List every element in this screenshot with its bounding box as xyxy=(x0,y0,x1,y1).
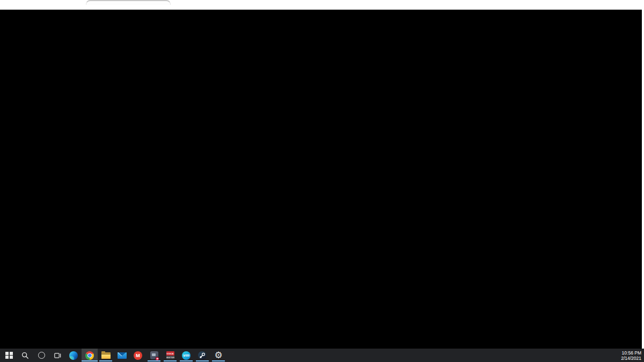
steam-button[interactable] xyxy=(194,349,210,362)
voicemod-letters: vm xyxy=(183,353,189,358)
m-circle-app-button[interactable]: M xyxy=(130,349,146,362)
voicemeeter-top-label: VOICE xyxy=(166,351,174,356)
search-icon xyxy=(21,351,30,360)
screen-recorder-button[interactable] xyxy=(146,349,162,362)
chrome-browser-icon xyxy=(85,351,94,360)
voicemod-icon: vm xyxy=(182,351,191,360)
browser-tab-hint[interactable] xyxy=(86,0,171,5)
envelope-icon xyxy=(118,352,127,359)
record-badge-icon xyxy=(155,357,159,361)
monitor-record-icon xyxy=(150,351,158,359)
chrome-button[interactable] xyxy=(82,349,98,362)
taskbar: M VOICE MEETER vm xyxy=(0,349,644,362)
search-button[interactable] xyxy=(17,349,33,362)
gear-icon: ⚙ xyxy=(214,349,222,362)
task-view-icon xyxy=(53,351,62,360)
m-circle-letter: M xyxy=(136,352,140,358)
fullscreen-content-area[interactable] xyxy=(0,10,642,349)
voicemeeter-icon: VOICE MEETER xyxy=(166,351,174,359)
clock-date: 2/14/2021 xyxy=(621,356,641,361)
clock-time: 10:56 PM xyxy=(621,350,641,356)
file-explorer-button[interactable] xyxy=(98,349,114,362)
voicemod-button[interactable]: vm xyxy=(178,349,194,362)
voicemeeter-button[interactable]: VOICE MEETER xyxy=(162,349,178,362)
settings-button[interactable]: ⚙ xyxy=(210,349,226,362)
cortana-button[interactable] xyxy=(33,349,49,362)
edge-button[interactable] xyxy=(65,349,82,362)
m-circle-icon: M xyxy=(134,351,142,360)
cortana-circle-icon xyxy=(38,352,45,359)
voicemeeter-bottom-label: MEETER xyxy=(166,356,174,359)
steam-icon xyxy=(198,351,207,360)
windows-start-icon xyxy=(5,352,13,359)
start-button[interactable] xyxy=(1,349,17,362)
folder-icon xyxy=(101,352,111,359)
desktop: M VOICE MEETER vm xyxy=(0,0,644,362)
mail-button[interactable] xyxy=(114,349,130,362)
edge-browser-icon xyxy=(69,351,78,360)
taskbar-clock[interactable]: 10:56 PM 2/14/2021 xyxy=(621,349,641,362)
task-view-button[interactable] xyxy=(49,349,65,362)
